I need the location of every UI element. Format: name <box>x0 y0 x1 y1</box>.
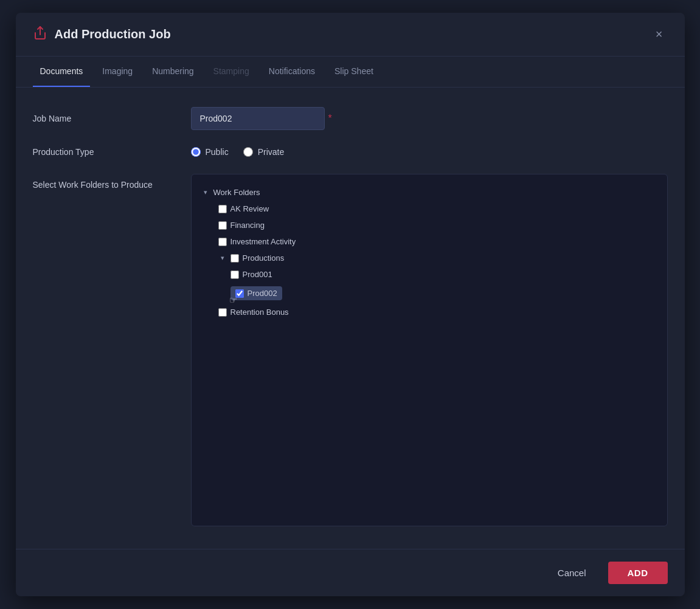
chevron-down-icon: ▾ <box>201 188 210 196</box>
tree-root-children: AK Review Financing Investment Activity <box>199 201 660 320</box>
tab-imaging[interactable]: Imaging <box>95 57 140 87</box>
checkbox-financing[interactable] <box>218 221 227 230</box>
checkbox-retention-bonus[interactable] <box>218 308 227 317</box>
work-folders-tree: ▾ Work Folders AK Review Financing <box>191 174 668 526</box>
tree-item-prod001[interactable]: Prod001 <box>228 266 660 283</box>
radio-private-label: Private <box>258 147 285 157</box>
dialog-header: Add Production Job × <box>16 13 685 57</box>
dialog-footer: Cancel ADD <box>16 549 685 596</box>
radio-private[interactable]: Private <box>243 147 285 157</box>
tree-root-work-folders[interactable]: ▾ Work Folders <box>199 184 660 201</box>
tree-item-financing[interactable]: Financing <box>216 217 660 233</box>
tree-label-productions: Productions <box>243 253 285 263</box>
tree-label-prod001: Prod001 <box>243 270 272 279</box>
tab-slip-sheet[interactable]: Slip Sheet <box>327 57 381 87</box>
checkbox-productions[interactable] <box>230 254 239 263</box>
tree-label-retention-bonus: Retention Bonus <box>230 308 289 317</box>
tree-item-ak-review[interactable]: AK Review <box>216 201 660 217</box>
dialog-body: Job Name * Production Type Public Privat… <box>16 88 685 549</box>
job-name-row: Job Name * <box>33 107 668 130</box>
cancel-button[interactable]: Cancel <box>546 562 598 584</box>
tab-notifications[interactable]: Notifications <box>262 57 322 87</box>
tabs-bar: Documents Imaging Numbering Stamping Not… <box>16 57 685 88</box>
job-name-input[interactable] <box>191 107 325 130</box>
tab-stamping: Stamping <box>206 57 257 87</box>
close-button[interactable]: × <box>651 25 668 44</box>
tree-productions-children: Prod001 Prod002 ☞ <box>216 266 660 304</box>
production-type-radio-group: Public Private <box>191 147 285 157</box>
tab-documents[interactable]: Documents <box>33 57 91 87</box>
tree-label-ak-review: AK Review <box>230 204 269 213</box>
radio-public[interactable]: Public <box>191 147 229 157</box>
checkbox-investment-activity[interactable] <box>218 238 227 246</box>
tree-item-prod002[interactable]: Prod002 ☞ <box>228 283 660 304</box>
add-button[interactable]: ADD <box>608 562 668 584</box>
production-type-row: Production Type Public Private <box>33 147 668 157</box>
tree-item-productions[interactable]: ▾ Productions <box>216 250 660 266</box>
checkbox-prod002[interactable] <box>235 289 244 298</box>
radio-public-label: Public <box>206 147 229 157</box>
job-name-label: Job Name <box>33 114 191 123</box>
radio-public-input[interactable] <box>191 147 201 157</box>
work-folders-label: Select Work Folders to Produce <box>33 174 191 190</box>
tree-item-retention-bonus[interactable]: Retention Bonus <box>216 304 660 320</box>
tree-label-prod002: Prod002 <box>248 289 277 298</box>
prod002-highlight[interactable]: Prod002 <box>230 286 282 300</box>
tree-label-investment-activity: Investment Activity <box>230 237 296 246</box>
required-indicator: * <box>328 113 332 124</box>
production-type-label: Production Type <box>33 147 191 157</box>
tree-item-investment-activity[interactable]: Investment Activity <box>216 233 660 250</box>
radio-private-input[interactable] <box>243 147 253 157</box>
add-production-job-dialog: Add Production Job × Documents Imaging N… <box>16 13 685 596</box>
dialog-title: Add Production Job <box>55 27 651 41</box>
checkbox-ak-review[interactable] <box>218 205 227 213</box>
chevron-down-icon-productions: ▾ <box>218 254 227 262</box>
checkbox-prod001[interactable] <box>230 270 239 279</box>
tree-label-financing: Financing <box>230 221 265 230</box>
share-icon <box>33 26 47 44</box>
tab-numbering[interactable]: Numbering <box>145 57 201 87</box>
tree-item-productions-group: ▾ Productions Prod001 <box>216 250 660 304</box>
work-folders-row: Select Work Folders to Produce ▾ Work Fo… <box>33 174 668 526</box>
tree-root-label: Work Folders <box>213 188 260 197</box>
